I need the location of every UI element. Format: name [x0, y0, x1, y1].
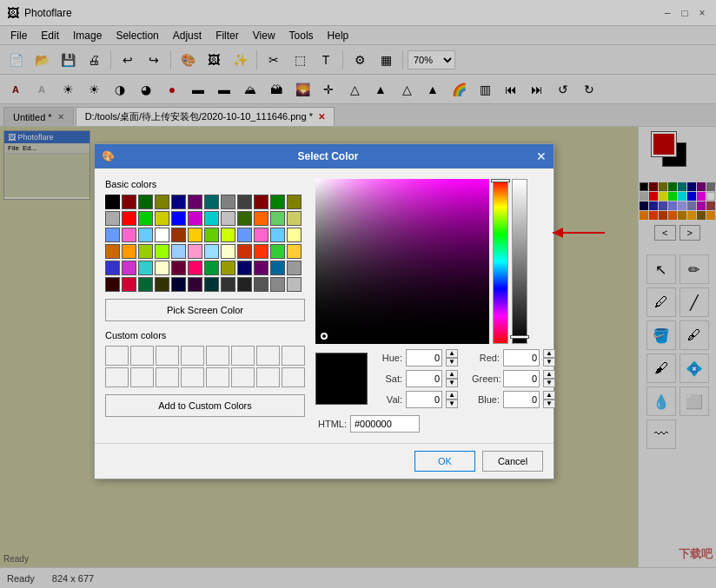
basic-color-swatch[interactable]	[270, 211, 285, 226]
blue-input[interactable]	[503, 391, 540, 408]
custom-swatch[interactable]	[282, 367, 305, 387]
custom-swatch[interactable]	[130, 367, 154, 387]
val-input[interactable]	[406, 391, 442, 408]
hue-down[interactable]: ▼	[446, 358, 458, 367]
basic-color-swatch[interactable]	[254, 228, 268, 242]
basic-color-swatch[interactable]	[204, 195, 219, 209]
basic-color-swatch[interactable]	[204, 261, 219, 275]
sat-down[interactable]: ▼	[446, 379, 458, 387]
basic-color-swatch[interactable]	[122, 277, 136, 292]
basic-color-swatch[interactable]	[155, 277, 169, 292]
basic-color-swatch[interactable]	[188, 277, 202, 292]
basic-color-swatch[interactable]	[171, 195, 186, 209]
basic-color-swatch[interactable]	[287, 195, 302, 209]
basic-color-swatch[interactable]	[221, 195, 235, 209]
red-up[interactable]: ▲	[543, 349, 555, 358]
red-down[interactable]: ▼	[543, 358, 555, 367]
custom-swatch[interactable]	[156, 346, 179, 366]
basic-color-swatch[interactable]	[122, 211, 136, 226]
basic-color-swatch[interactable]	[105, 195, 120, 209]
val-up[interactable]: ▲	[446, 391, 458, 400]
custom-swatch[interactable]	[181, 367, 204, 387]
blue-down[interactable]: ▼	[543, 400, 555, 408]
basic-color-swatch[interactable]	[122, 261, 136, 275]
basic-color-swatch[interactable]	[171, 244, 186, 259]
basic-color-swatch[interactable]	[188, 228, 202, 242]
basic-color-swatch[interactable]	[221, 211, 235, 226]
basic-color-swatch[interactable]	[221, 261, 235, 275]
basic-color-swatch[interactable]	[155, 244, 169, 259]
basic-color-swatch[interactable]	[204, 244, 219, 259]
basic-color-swatch[interactable]	[254, 277, 268, 292]
blue-up[interactable]: ▲	[543, 391, 555, 400]
basic-color-swatch[interactable]	[287, 261, 302, 275]
basic-color-swatch[interactable]	[188, 195, 202, 209]
dialog-close-button[interactable]: ✕	[536, 149, 547, 163]
basic-color-swatch[interactable]	[237, 195, 252, 209]
sat-up[interactable]: ▲	[446, 370, 458, 379]
basic-color-swatch[interactable]	[105, 211, 120, 226]
basic-color-swatch[interactable]	[254, 261, 268, 275]
basic-color-swatch[interactable]	[287, 228, 302, 242]
basic-color-swatch[interactable]	[221, 244, 235, 259]
basic-color-swatch[interactable]	[138, 244, 153, 259]
basic-color-swatch[interactable]	[171, 211, 186, 226]
basic-color-swatch[interactable]	[204, 277, 219, 292]
basic-color-swatch[interactable]	[270, 277, 285, 292]
hue-input[interactable]	[406, 349, 442, 367]
basic-color-swatch[interactable]	[270, 244, 285, 259]
basic-color-swatch[interactable]	[237, 228, 252, 242]
basic-color-swatch[interactable]	[138, 195, 153, 209]
basic-color-swatch[interactable]	[287, 277, 302, 292]
basic-color-swatch[interactable]	[155, 261, 169, 275]
basic-color-swatch[interactable]	[171, 261, 186, 275]
basic-color-swatch[interactable]	[221, 277, 235, 292]
hue-slider[interactable]	[493, 179, 508, 344]
hue-up[interactable]: ▲	[446, 349, 458, 358]
basic-color-swatch[interactable]	[105, 244, 120, 259]
basic-color-swatch[interactable]	[122, 195, 136, 209]
basic-color-swatch[interactable]	[287, 211, 302, 226]
basic-color-swatch[interactable]	[138, 211, 153, 226]
basic-color-swatch[interactable]	[204, 228, 219, 242]
red-input[interactable]	[503, 349, 540, 367]
basic-color-swatch[interactable]	[254, 195, 268, 209]
custom-swatch[interactable]	[231, 367, 255, 387]
custom-swatch[interactable]	[206, 346, 229, 366]
basic-color-swatch[interactable]	[270, 261, 285, 275]
green-up[interactable]: ▲	[543, 370, 555, 379]
value-slider[interactable]	[512, 179, 527, 344]
basic-color-swatch[interactable]	[105, 228, 120, 242]
basic-color-swatch[interactable]	[237, 211, 252, 226]
custom-swatch[interactable]	[282, 346, 305, 366]
basic-color-swatch[interactable]	[171, 228, 186, 242]
basic-color-swatch[interactable]	[188, 211, 202, 226]
basic-color-swatch[interactable]	[155, 195, 169, 209]
basic-color-swatch[interactable]	[237, 277, 252, 292]
add-custom-colors-button[interactable]: Add to Custom Colors	[105, 394, 305, 417]
basic-color-swatch[interactable]	[188, 261, 202, 275]
cancel-button[interactable]: Cancel	[482, 451, 543, 472]
html-input[interactable]	[350, 415, 420, 433]
sat-input[interactable]	[406, 370, 442, 387]
custom-swatch[interactable]	[206, 367, 229, 387]
custom-swatch[interactable]	[181, 346, 204, 366]
custom-swatch[interactable]	[156, 367, 179, 387]
basic-color-swatch[interactable]	[122, 228, 136, 242]
green-down[interactable]: ▼	[543, 379, 555, 387]
basic-color-swatch[interactable]	[237, 244, 252, 259]
ok-button[interactable]: OK	[414, 451, 475, 472]
custom-swatch[interactable]	[231, 346, 255, 366]
basic-color-swatch[interactable]	[138, 261, 153, 275]
pick-screen-color-button[interactable]: Pick Screen Color	[105, 299, 305, 321]
basic-color-swatch[interactable]	[155, 228, 169, 242]
basic-color-swatch[interactable]	[270, 195, 285, 209]
basic-color-swatch[interactable]	[171, 277, 186, 292]
val-down[interactable]: ▼	[446, 400, 458, 408]
basic-color-swatch[interactable]	[237, 261, 252, 275]
basic-color-swatch[interactable]	[287, 244, 302, 259]
custom-swatch[interactable]	[105, 367, 129, 387]
basic-color-swatch[interactable]	[138, 228, 153, 242]
basic-color-swatch[interactable]	[221, 228, 235, 242]
basic-color-swatch[interactable]	[254, 244, 268, 259]
